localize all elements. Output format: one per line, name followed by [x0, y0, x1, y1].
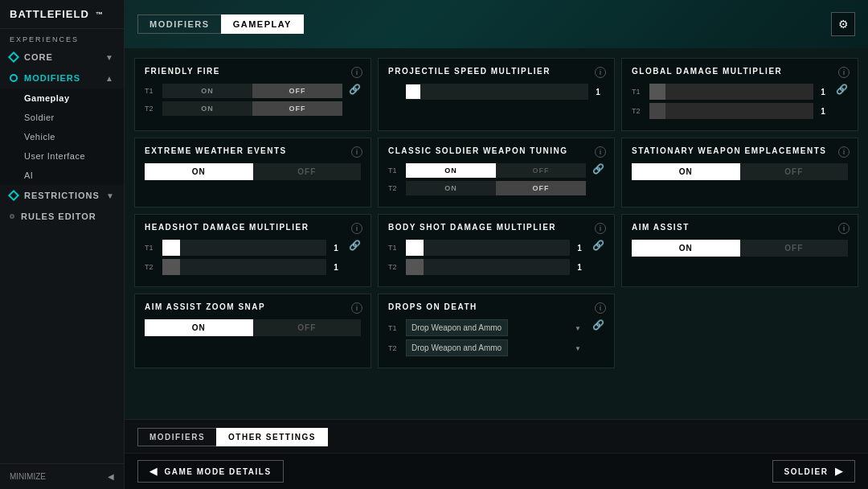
settings-content: FRIENDLY FIRE i T1 ON OFF T2 — [125, 48, 868, 419]
sidebar-item-user-interface[interactable]: User Interface — [0, 146, 124, 166]
back-label: GAME MODE DETAILS — [165, 467, 272, 476]
tab-modifiers[interactable]: MODIFIERS — [137, 14, 221, 34]
minimize-button[interactable]: MINIMIZE ◀ — [0, 463, 124, 489]
body-shot-damage-info-icon[interactable]: i — [595, 223, 606, 234]
classic-soldier-link-icon[interactable]: 🔗 — [592, 163, 604, 175]
sidebar-item-core[interactable]: CORE ▼ — [0, 47, 124, 68]
extreme-weather-title: EXTREME WEATHER EVENTS — [145, 146, 361, 155]
setting-drops-on-death: DROPS ON DEATH i T1 Drop Weapon and Ammo… — [378, 294, 615, 368]
classic-soldier-t1-row: T1 ON OFF — [388, 163, 586, 178]
body-shot-damage-t2-slider[interactable] — [406, 259, 570, 275]
aim-assist-on-btn[interactable]: ON — [632, 240, 740, 257]
aim-assist-off-btn[interactable]: OFF — [740, 240, 849, 257]
stationary-weapon-off-btn[interactable]: OFF — [740, 163, 849, 180]
classic-soldier-t1-off-btn[interactable]: OFF — [496, 163, 586, 178]
chevron-up-icon: ▲ — [105, 74, 114, 83]
extreme-weather-off-btn[interactable]: OFF — [253, 163, 362, 180]
slider-fill-t1 — [649, 84, 665, 100]
classic-soldier-t1-toggle: ON OFF — [406, 163, 586, 178]
friendly-fire-t2-off-btn[interactable]: OFF — [252, 101, 342, 116]
projectile-speed-t1-slider[interactable] — [406, 84, 588, 100]
sidebar-item-core-label: CORE — [24, 52, 53, 62]
projectile-speed-info-icon[interactable]: i — [595, 67, 606, 78]
body-shot-damage-t1-slider[interactable] — [406, 240, 570, 256]
classic-soldier-info-icon[interactable]: i — [595, 146, 606, 158]
friendly-fire-t1-row: T1 ON OFF — [145, 84, 342, 98]
friendly-fire-t1-on-btn[interactable]: ON — [162, 84, 252, 98]
extreme-weather-info-icon[interactable]: i — [351, 146, 362, 158]
tier-t1-label: T1 — [145, 87, 159, 95]
minimize-label: MINIMIZE — [10, 472, 46, 481]
sidebar-item-vehicle[interactable]: Vehicle — [0, 127, 124, 146]
global-damage-t1-value: 1 — [817, 88, 829, 97]
setting-aim-assist-zoom: AIM ASSIST ZOOM SNAP i ON OFF — [134, 294, 371, 368]
friendly-fire-t2-on-btn[interactable]: ON — [162, 101, 252, 116]
sidebar-item-gameplay[interactable]: Gameplay — [0, 88, 124, 108]
friendly-fire-info-icon[interactable]: i — [351, 67, 362, 78]
drops-on-death-link-icon[interactable]: 🔗 — [592, 319, 604, 331]
bottom-tab-other-settings[interactable]: OTHER SETTINGS — [216, 428, 328, 446]
chevron-right-icon: ▶ — [835, 466, 844, 477]
headshot-damage-title: HEADSHOT DAMAGE MULTIPLIER — [145, 223, 361, 232]
aim-assist-zoom-info-icon[interactable]: i — [351, 302, 362, 314]
projectile-speed-t1-row: 1 — [388, 84, 604, 100]
drops-on-death-t1-select[interactable]: Drop Weapon and Ammo Drop Nothing Drop A… — [406, 319, 508, 336]
classic-soldier-t1-on-btn[interactable]: ON — [406, 163, 496, 178]
sidebar-item-rules-editor[interactable]: RULES EDITOR — [0, 206, 124, 227]
stationary-weapon-on-btn[interactable]: ON — [632, 163, 740, 180]
aim-assist-zoom-on-btn[interactable]: ON — [145, 319, 253, 336]
headshot-damage-t2-slider[interactable] — [162, 259, 326, 275]
hd-t1-label: T1 — [145, 244, 159, 252]
drops-on-death-t2-select[interactable]: Drop Weapon and Ammo Drop Nothing Drop A… — [406, 339, 508, 356]
classic-soldier-t2-row: T2 ON OFF — [388, 181, 586, 195]
aim-assist-toggle: ON OFF — [632, 240, 848, 257]
sidebar-item-modifiers[interactable]: MODIFIERS ▲ — [0, 68, 124, 88]
dod-t1-label: T1 — [388, 324, 403, 332]
global-damage-info-icon[interactable]: i — [838, 67, 850, 78]
global-damage-t2-value: 1 — [817, 107, 829, 116]
global-damage-link-icon[interactable]: 🔗 — [836, 84, 848, 95]
footer-nav: ◀ GAME MODE DETAILS SOLDIER ▶ — [125, 453, 868, 489]
extreme-weather-on-btn[interactable]: ON — [145, 163, 253, 180]
headshot-damage-t1-slider[interactable] — [162, 240, 326, 256]
classic-soldier-t2-off-btn[interactable]: OFF — [496, 181, 586, 195]
slider-thumb-t1 — [406, 84, 420, 99]
sidebar-item-ai[interactable]: AI — [0, 166, 124, 185]
stationary-weapon-info-icon[interactable]: i — [838, 146, 850, 158]
aim-assist-zoom-off-btn[interactable]: OFF — [253, 319, 362, 336]
sidebar: BATTLEFIELD ™ EXPERIENCES CORE ▼ MODIFIE… — [0, 0, 125, 489]
classic-soldier-title: CLASSIC SOLDIER WEAPON TUNING — [388, 146, 604, 155]
body-shot-slider-thumb-t2 — [406, 259, 424, 275]
body-shot-damage-link-icon[interactable]: 🔗 — [592, 240, 604, 251]
gdm-t2-label: T2 — [632, 107, 646, 115]
setting-headshot-damage: HEADSHOT DAMAGE MULTIPLIER i T1 1 T2 — [134, 214, 371, 287]
headshot-slider-thumb-t2 — [162, 259, 180, 275]
headshot-slider-thumb-t1 — [162, 240, 180, 256]
bottom-breadcrumb-tabs: MODIFIERS OTHER SETTINGS — [137, 428, 328, 446]
aim-assist-zoom-title: AIM ASSIST ZOOM SNAP — [145, 302, 361, 311]
classic-soldier-t2-on-btn[interactable]: ON — [406, 181, 496, 195]
friendly-fire-link-icon[interactable]: 🔗 — [349, 84, 361, 95]
bottom-tab-modifiers[interactable]: MODIFIERS — [137, 428, 216, 446]
headshot-damage-link-icon[interactable]: 🔗 — [349, 240, 361, 251]
settings-icon-button[interactable]: ⚙ — [831, 12, 855, 36]
diamond-icon-restrictions — [8, 190, 19, 201]
aim-assist-zoom-toggle: ON OFF — [145, 319, 361, 336]
friendly-fire-t2-toggle: ON OFF — [162, 101, 342, 116]
sidebar-item-soldier[interactable]: Soldier — [0, 108, 124, 127]
friendly-fire-t2-row: T2 ON OFF — [145, 101, 342, 116]
tab-gameplay[interactable]: GAMEPLAY — [221, 14, 304, 34]
headshot-damage-info-icon[interactable]: i — [351, 223, 362, 234]
back-button[interactable]: ◀ GAME MODE DETAILS — [137, 460, 284, 483]
drops-on-death-t2-row: T2 Drop Weapon and Ammo Drop Nothing Dro… — [388, 339, 586, 356]
sidebar-item-restrictions[interactable]: RESTRICTIONS ▼ — [0, 185, 124, 206]
drops-on-death-info-icon[interactable]: i — [595, 302, 606, 314]
next-button[interactable]: SOLDIER ▶ — [772, 460, 855, 483]
battlefield-logo: BATTLEFIELD — [10, 8, 89, 20]
global-damage-t1-slider[interactable] — [649, 84, 813, 100]
friendly-fire-t1-off-btn[interactable]: OFF — [252, 84, 342, 98]
aim-assist-info-icon[interactable]: i — [838, 223, 850, 234]
hd-t2-label: T2 — [145, 263, 159, 271]
classic-soldier-t2-toggle: ON OFF — [406, 181, 586, 195]
global-damage-t2-slider[interactable] — [649, 103, 813, 119]
